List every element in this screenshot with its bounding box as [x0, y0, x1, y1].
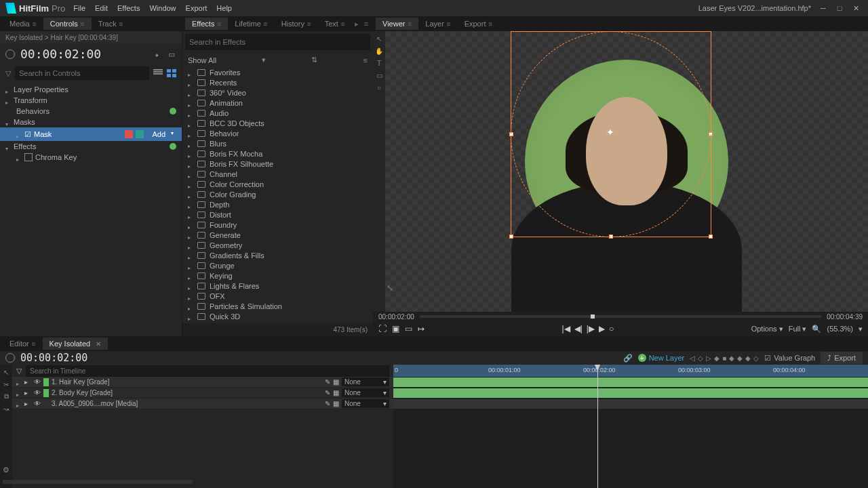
kf-in-icon[interactable]: ◆ [714, 354, 719, 362]
fx-icon[interactable]: ▦ [333, 389, 339, 396]
panel-menu-icon[interactable]: ≡ [361, 20, 371, 28]
effect-folder[interactable]: Boris FX Silhouette [182, 159, 373, 169]
effect-folder[interactable]: Audio [182, 108, 373, 118]
solo-icon[interactable]: ▸ [24, 389, 31, 396]
text-tool-icon[interactable]: T [374, 58, 384, 68]
menu-window[interactable]: Window [149, 4, 176, 12]
effect-folder[interactable]: Channel [182, 169, 373, 179]
zoom-dropdown-icon[interactable]: ▾ [859, 325, 863, 333]
step-back-icon[interactable]: ◀| [574, 324, 583, 333]
timeline-search-input[interactable] [26, 365, 389, 377]
loop-icon[interactable]: ○ [609, 324, 614, 333]
tab-lifetime[interactable]: Lifetime≡ [228, 18, 274, 30]
kf-ease-icon[interactable]: ◆ [729, 354, 734, 362]
effects-menu-icon[interactable]: ≡ [363, 56, 368, 64]
kf-linear-icon[interactable]: ◆ [737, 354, 743, 362]
maximize-button[interactable]: □ [833, 3, 846, 14]
layer-row[interactable]: ▸👁3. A005_0906....mov [Media]✎▦None▾ [12, 399, 393, 409]
stopwatch-icon[interactable]: ▭ [168, 50, 176, 58]
effect-folder[interactable]: Color Correction [182, 179, 373, 189]
effect-folder[interactable]: Grunge [182, 260, 373, 270]
menu-export[interactable]: Export [186, 4, 208, 12]
zoom-search-icon[interactable]: 🔍 [812, 325, 821, 333]
blend-mode-select[interactable]: None▾ [342, 388, 389, 397]
edit-icon[interactable]: ✎ [325, 378, 330, 386]
filter-icon[interactable]: ▽ [5, 69, 11, 78]
fx-icon[interactable]: ▦ [333, 400, 339, 407]
timeline-zoom-slider[interactable] [3, 480, 193, 484]
loop-region-icon[interactable]: ↦ [418, 324, 425, 333]
effect-folder[interactable]: Keying [182, 270, 373, 281]
effect-folder[interactable]: Color Grading [182, 189, 373, 199]
fx-icon[interactable]: ▦ [333, 378, 339, 386]
add-behavior-icon[interactable] [170, 108, 176, 115]
timeline-playhead[interactable] [597, 365, 598, 488]
tab-controls[interactable]: Controls≡ [43, 18, 92, 30]
tl-snap-tool-icon[interactable]: ⧉ [1, 392, 11, 401]
effect-enabled-checkbox[interactable] [24, 153, 33, 161]
effect-folder[interactable]: Blurs [182, 138, 373, 148]
sort-icon[interactable]: ⇅ [311, 56, 317, 64]
fullscreen-icon[interactable]: ⛶ [378, 324, 387, 333]
tree-effects[interactable]: Effects [0, 141, 182, 152]
mask-add-button[interactable]: Add [146, 129, 176, 140]
kf-hold-icon[interactable]: ◆ [745, 354, 751, 362]
kf-next-icon[interactable]: ▷ [706, 354, 711, 362]
tab-history[interactable]: History≡ [275, 18, 318, 30]
tl-select-tool-icon[interactable]: ↖ [1, 367, 11, 377]
keyframe-add-icon[interactable]: ⬥ [155, 50, 163, 58]
edit-icon[interactable]: ✎ [325, 400, 330, 407]
menu-help[interactable]: Help [216, 4, 232, 12]
mask-color-icon[interactable] [125, 130, 133, 138]
tab-track[interactable]: Track≡ [92, 18, 130, 30]
effect-folder[interactable]: Favorites [182, 67, 373, 77]
tl-rate-tool-icon[interactable]: ↝ [1, 404, 11, 413]
menu-effects[interactable]: Effects [117, 4, 140, 12]
timeline-tracks[interactable]: 0 00:00:01:00 00:00:02:00 00:00:03:00 00… [393, 365, 868, 488]
value-graph-toggle[interactable]: ☑ Value Graph [764, 354, 815, 363]
tree-chroma-key[interactable]: Chroma Key [0, 152, 182, 163]
kf-bezier-icon[interactable]: ◇ [753, 354, 759, 362]
viewer-canvas[interactable]: ✦ ⤡ [385, 31, 868, 312]
select-tool-icon[interactable]: ↖ [374, 34, 384, 43]
menu-edit[interactable]: Edit [95, 4, 108, 12]
mask-pivot-icon[interactable]: ✦ [606, 127, 616, 136]
kf-here-icon[interactable]: ◇ [698, 354, 703, 362]
filter-dropdown-icon[interactable]: ▾ [262, 56, 266, 64]
tab-media[interactable]: Media≡ [3, 18, 43, 30]
timeline-settings-icon[interactable]: ⚙ [3, 466, 9, 474]
safe-zones-icon[interactable]: ▣ [392, 324, 399, 333]
grid-view-icon[interactable] [167, 69, 176, 77]
effect-folder[interactable]: Distort [182, 209, 373, 220]
effect-folder[interactable]: Recents [182, 77, 373, 87]
tab-key-isolated[interactable]: Key Isolated✕ [43, 338, 108, 350]
solo-icon[interactable]: ▸ [24, 378, 31, 386]
tl-slice-tool-icon[interactable]: ✂ [1, 380, 11, 389]
options-dropdown[interactable]: Options ▾ [751, 325, 783, 333]
effect-folder[interactable]: Lights & Flares [182, 281, 373, 291]
viewer-scrubber[interactable] [420, 315, 821, 318]
tab-export[interactable]: Export≡ [458, 18, 500, 30]
effect-folder[interactable]: Geometry [182, 240, 373, 250]
step-fwd-icon[interactable]: |▶ [587, 324, 595, 333]
go-start-icon[interactable]: |◀ [562, 324, 570, 333]
menu-file[interactable]: File [73, 4, 85, 12]
hand-tool-icon[interactable]: ✋ [374, 46, 384, 56]
clip-hair-key[interactable] [393, 378, 868, 387]
tree-layer-properties[interactable]: Layer Properties [0, 84, 182, 95]
mask-rect-tool-icon[interactable]: ▭ [374, 70, 384, 80]
effect-folder[interactable]: Depth [182, 199, 373, 209]
solo-icon[interactable]: ▸ [24, 400, 31, 407]
link-icon[interactable]: 🔗 [623, 354, 633, 363]
tree-transform[interactable]: Transform [0, 95, 182, 106]
mask-ellipse-tool-icon[interactable]: ○ [374, 83, 384, 92]
timeline-timecode[interactable]: 00:00:02:00 [20, 352, 87, 364]
tab-editor[interactable]: Editor≡ [3, 338, 43, 350]
effect-folder[interactable]: Foundry [182, 220, 373, 230]
visibility-icon[interactable]: 👁 [34, 378, 41, 386]
tl-filter-icon[interactable]: ▽ [16, 367, 22, 375]
tab-text[interactable]: Text≡ [318, 18, 352, 30]
effect-folder[interactable]: BCC 3D Objects [182, 118, 373, 128]
mask-enabled-checkbox[interactable]: ☑ [24, 130, 31, 139]
add-effect-icon[interactable] [170, 143, 176, 150]
